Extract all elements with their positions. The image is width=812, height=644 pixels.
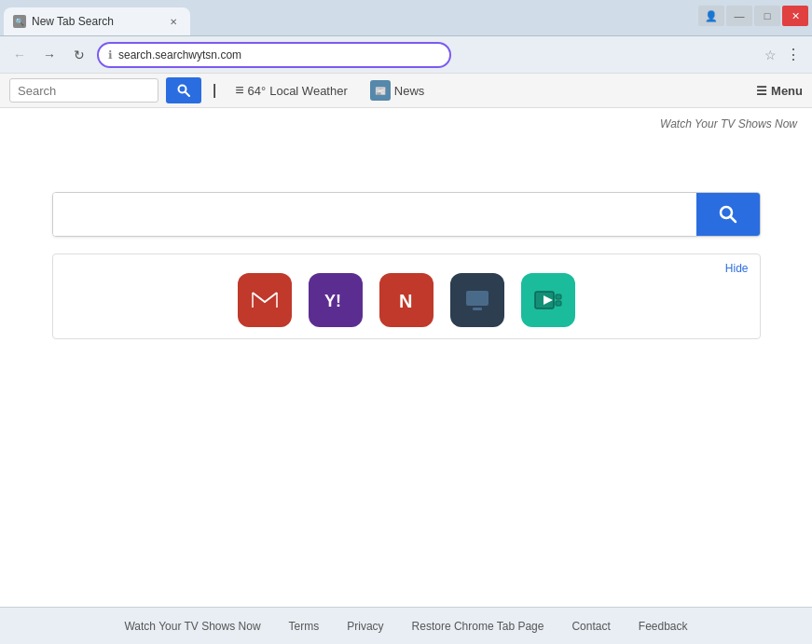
svg-line-1 [186,92,190,97]
svg-rect-18 [556,301,561,306]
back-button[interactable]: ← [7,43,32,67]
minimize-button[interactable]: — [726,6,752,26]
maximize-button[interactable]: □ [754,6,780,26]
watch-shows-link[interactable]: Watch Your TV Shows Now [660,117,797,130]
footer-link-watch[interactable]: Watch Your TV Shows Now [124,620,260,633]
menu-button[interactable]: ☰ Menu [756,84,803,98]
footer-link-terms[interactable]: Terms [289,620,320,633]
chrome-window: 🔍 New Tab Search ✕ 👤 — □ ✕ ← → [0,0,812,644]
local-weather-label: Local Weather [269,84,348,98]
profile-icon: 👤 [705,10,718,22]
yahoo-quick-link[interactable]: Y! [309,273,363,327]
reload-button[interactable]: ↻ [67,43,91,67]
main-search-input[interactable] [53,193,696,236]
info-icon: ℹ [108,48,113,62]
yahoo-icon: Y! [320,286,351,314]
search-toolbar: | ≡ 64° Local Weather 📰 News ☰ Menu [0,73,812,108]
netflix-quick-link[interactable]: N [379,273,434,327]
close-icon: ✕ [791,10,800,22]
svg-rect-17 [556,295,561,299]
chrome-menu-button[interactable]: ⋮ [782,46,805,63]
gmail-quick-link[interactable] [238,273,292,327]
news-label: News [394,84,425,98]
tab-close-button[interactable]: ✕ [166,14,181,29]
svg-text:Y!: Y! [324,292,341,310]
footer-link-privacy[interactable]: Privacy [347,620,383,633]
hide-button[interactable]: Hide [725,262,749,275]
profile-button[interactable]: 👤 [698,6,724,26]
gmail-icon [251,289,279,311]
main-search-icon [719,205,737,224]
tab-favicon: 🔍 [13,15,26,28]
svg-line-3 [730,217,736,223]
footer-link-restore[interactable]: Restore Chrome Tab Page [412,620,544,633]
address-bar: ← → ↻ ℹ search.searchwytsn.com ☆ ⋮ [0,35,812,73]
reload-icon: ↻ [74,48,85,62]
forward-icon: → [43,48,56,62]
weather-widget[interactable]: ≡ 64° Local Weather [227,82,355,99]
footer-link-contact[interactable]: Contact [571,620,610,633]
toolbar-search-button[interactable] [166,77,201,103]
separator: | [213,82,216,99]
video-icon [532,286,564,314]
main-search-button[interactable] [696,193,760,236]
video-quick-link[interactable] [521,273,575,327]
toolbar-search-input[interactable] [9,78,158,103]
svg-rect-12 [466,291,489,306]
maximize-icon: □ [764,10,771,21]
close-button[interactable]: ✕ [782,6,808,26]
minimize-icon: — [735,10,745,21]
footer-link-feedback[interactable]: Feedback [639,620,688,633]
news-widget[interactable]: 📰 News [363,80,433,101]
menu-label: Menu [771,84,803,98]
quick-links-box: Hide Y! [52,253,761,339]
weather-icon: ≡ [235,82,243,99]
main-search-wrapper [52,192,761,237]
temperature-label: 64° [248,84,267,98]
svg-rect-13 [473,308,482,310]
tab-title: New Tab Search [32,15,114,28]
tv-quick-link[interactable] [450,273,504,327]
title-bar: 🔍 New Tab Search ✕ 👤 — □ ✕ [0,0,812,35]
tv-icon [461,286,493,314]
browser-tab[interactable]: 🔍 New Tab Search ✕ [4,7,190,35]
svg-text:N: N [399,291,412,311]
search-icon [177,84,190,97]
url-box[interactable]: ℹ search.searchwytsn.com [97,42,451,68]
svg-rect-4 [251,289,279,311]
quick-links-icons: Y! N [68,273,745,327]
menu-icon: ☰ [756,84,767,98]
bookmark-icon[interactable]: ☆ [764,48,777,62]
footer: Watch Your TV Shows Now Terms Privacy Re… [0,607,812,644]
netflix-icon: N [391,286,422,314]
news-icon: 📰 [370,80,391,101]
window-controls: 👤 — □ ✕ [698,6,808,26]
page-content: Watch Your TV Shows Now Hide [0,108,812,607]
main-search-area: Hide Y! [52,192,761,339]
url-text: search.searchwytsn.com [118,48,440,62]
back-icon: ← [13,48,26,62]
forward-button[interactable]: → [37,43,62,67]
